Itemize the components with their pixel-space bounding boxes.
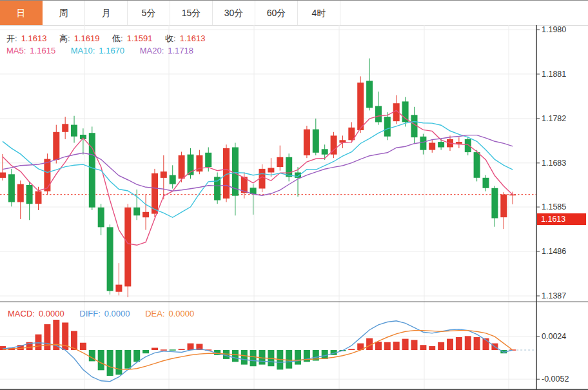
trading-app: { "toolbar": { "tabs": [ {"label":"日","a…	[0, 0, 588, 390]
svg-text:1.1683: 1.1683	[542, 159, 566, 168]
ma20-label: MA20:	[140, 46, 164, 55]
open-label: 开:	[6, 34, 17, 43]
current-price-badge: 1.1613	[537, 213, 586, 225]
svg-text:1.1486: 1.1486	[542, 247, 566, 256]
timeframe-tab[interactable]: 5分	[128, 1, 170, 25]
timeframe-tab[interactable]: 30分	[213, 1, 255, 25]
timeframe-tab[interactable]: 周	[43, 1, 85, 25]
macd-label: MACD:	[8, 309, 35, 318]
svg-text:1.1980: 1.1980	[542, 25, 566, 34]
close-label: 收:	[165, 34, 176, 43]
chart-area[interactable]: 1.19801.18811.17821.16831.15851.14861.13…	[0, 25, 588, 390]
high-label: 高:	[59, 34, 70, 43]
candlestick-macd-chart[interactable]: 1.19801.18811.17821.16831.15851.14861.13…	[0, 25, 588, 390]
dea-value: 0.0000	[169, 309, 195, 318]
dea-label: DEA:	[145, 309, 164, 318]
timeframe-tab[interactable]: 4时	[298, 1, 340, 25]
timeframe-tab[interactable]: 月	[85, 1, 128, 25]
svg-text:1.1782: 1.1782	[542, 114, 566, 123]
timeframe-tab[interactable]: 日	[0, 1, 43, 25]
svg-text:1.1881: 1.1881	[542, 70, 566, 79]
open-value: 1.1613	[21, 34, 47, 43]
ma5-value: 1.1615	[30, 46, 55, 55]
ma5-label: MA5:	[6, 46, 26, 55]
diff-label: DIFF:	[79, 309, 101, 318]
svg-text:1.1387: 1.1387	[542, 291, 566, 300]
low-value: 1.1591	[127, 34, 153, 43]
ma-readout: MA5:1.1615 MA10:1.1670 MA20:1.1718	[6, 46, 197, 55]
close-value: 1.1613	[180, 34, 206, 43]
svg-text:-0.0052: -0.0052	[542, 375, 569, 384]
macd-value: 0.0000	[39, 309, 64, 318]
ma20-value: 1.1718	[168, 46, 193, 55]
timeframe-tab[interactable]: 15分	[170, 1, 213, 25]
low-label: 低:	[112, 34, 123, 43]
timeframe-tab[interactable]: 60分	[255, 1, 298, 25]
macd-readout: MACD:0.0000 DIFF:0.0000 DEA:0.0000	[8, 309, 198, 318]
svg-text:0.0024: 0.0024	[542, 332, 566, 341]
ohlc-readout: 开:1.1613 高:1.1619 低:1.1591 收:1.1613	[6, 33, 209, 44]
high-value: 1.1619	[74, 34, 100, 43]
diff-value: 0.0000	[104, 309, 130, 318]
ma10-label: MA10:	[71, 46, 95, 55]
timeframe-tabbar: 日周月5分15分30分60分4时	[0, 1, 588, 26]
svg-text:1.1585: 1.1585	[542, 202, 566, 211]
ma10-value: 1.1670	[99, 46, 124, 55]
